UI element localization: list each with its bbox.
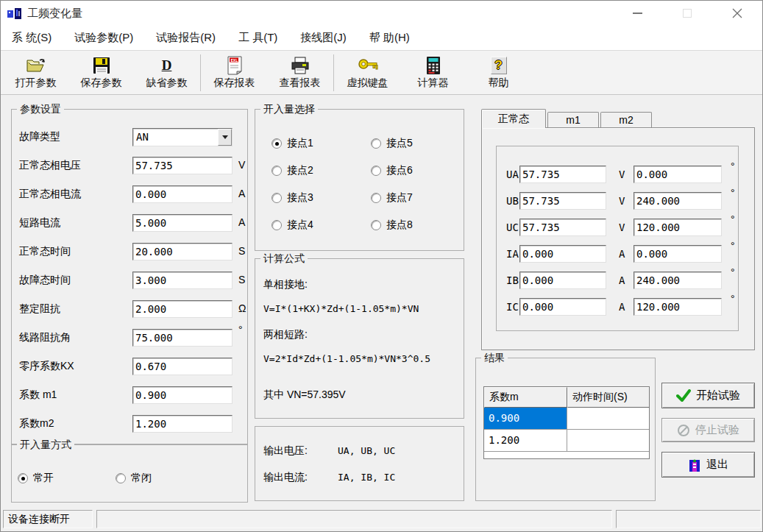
param-unit: ° xyxy=(238,324,243,336)
fault-state-time-input[interactable] xyxy=(132,272,233,289)
setting-impedance-input[interactable] xyxy=(132,300,233,318)
exit-button[interactable]: 退出 xyxy=(661,452,755,478)
menu-system[interactable]: 系 统(S) xyxy=(4,27,60,49)
radio-contact-3[interactable]: 接点3 xyxy=(272,191,313,205)
ub-magnitude-input[interactable] xyxy=(519,192,606,210)
zero-seq-coefficient-input[interactable] xyxy=(132,358,233,375)
fault-type-select[interactable]: AN xyxy=(132,128,233,146)
open-params-button[interactable]: 打开参数 xyxy=(3,52,68,93)
radio-contact-5[interactable]: 接点5 xyxy=(371,137,413,150)
formula-two-phase: V=2*Id*Zd+(1-1.05*m)*VN*3^0.5 xyxy=(263,353,430,364)
ua-angle-input[interactable] xyxy=(634,166,722,183)
phase-row-ua: UA V ° xyxy=(497,166,738,185)
degree-unit: ° xyxy=(731,187,735,199)
coefficient-m1-input[interactable] xyxy=(132,386,233,404)
start-test-button[interactable]: 开始试验 xyxy=(661,383,755,408)
ia-magnitude-input[interactable] xyxy=(519,245,606,263)
degree-unit: ° xyxy=(731,266,735,278)
cell-time xyxy=(567,430,649,451)
radio-icon xyxy=(371,166,381,176)
radio-contact-6[interactable]: 接点6 xyxy=(371,164,413,177)
toolbar-label: 计算器 xyxy=(418,77,449,90)
close-button[interactable] xyxy=(712,1,762,26)
param-label: 零序系数KX xyxy=(19,360,74,373)
menu-test-report[interactable]: 试验报告(R) xyxy=(148,27,224,49)
ic-magnitude-input[interactable] xyxy=(519,298,606,316)
tab-m2[interactable]: m2 xyxy=(600,112,652,128)
param-label: 故障态时间 xyxy=(19,274,71,287)
stop-test-label: 停止试验 xyxy=(695,423,739,437)
radio-normally-open[interactable]: 常开 xyxy=(18,472,54,485)
radio-contact-8[interactable]: 接点8 xyxy=(371,219,413,232)
radio-contact-2[interactable]: 接点2 xyxy=(272,164,313,177)
input-mode-group: 开入量方式 常开 常闭 xyxy=(11,444,248,503)
radio-contact-4[interactable]: 接点4 xyxy=(272,219,313,232)
line-impedance-angle-input[interactable] xyxy=(132,329,233,347)
normal-state-time-input[interactable] xyxy=(132,243,233,260)
check-icon xyxy=(676,389,691,402)
default-params-button[interactable]: D 缺省参数 xyxy=(134,52,199,93)
radio-icon xyxy=(272,193,282,203)
coefficient-m2-input[interactable] xyxy=(132,415,233,433)
phase-name: UB xyxy=(506,195,519,207)
tab-m1[interactable]: m1 xyxy=(547,112,599,128)
minimize-icon xyxy=(633,13,642,14)
table-row[interactable]: 1.200 xyxy=(484,430,649,452)
phase-row-ub: UB V ° xyxy=(497,192,738,211)
view-report-button[interactable]: 查看报表 xyxy=(267,52,333,93)
output-group: 输出电压: UA, UB, UC 输出电流: IA, IB, IC xyxy=(255,426,464,501)
radio-icon xyxy=(272,166,282,176)
formula-two-phase-label: 两相短路: xyxy=(263,328,308,341)
cell-m: 0.900 xyxy=(484,408,567,429)
param-label: 系数m2 xyxy=(19,417,54,430)
radio-contact-7[interactable]: 接点7 xyxy=(371,191,413,205)
statusbar: 设备连接断开 xyxy=(1,508,762,531)
menu-tools[interactable]: 工 具(T) xyxy=(230,27,285,49)
titlebar: 工频变化量 xyxy=(1,1,762,26)
app-icon xyxy=(7,7,22,20)
uc-angle-input[interactable] xyxy=(634,219,722,236)
column-header-time[interactable]: 动作时间(S) xyxy=(567,387,649,408)
ua-magnitude-input[interactable] xyxy=(519,166,606,183)
menu-wiring-diagram[interactable]: 接线图(J) xyxy=(292,27,355,49)
column-header-m[interactable]: 系数m xyxy=(484,387,567,408)
table-row[interactable]: 0.900 xyxy=(484,408,649,430)
param-label: 正常态相电压 xyxy=(19,159,81,172)
ib-angle-input[interactable] xyxy=(634,272,722,289)
calculator-button[interactable]: 计算器 xyxy=(400,52,466,93)
radio-label: 常闭 xyxy=(131,472,152,485)
radio-label: 接点3 xyxy=(287,191,313,205)
menu-help[interactable]: 帮 助(H) xyxy=(361,27,418,49)
excel-report-icon: EXL xyxy=(226,56,244,75)
toolbar-label: 虚拟键盘 xyxy=(347,77,388,90)
minimize-button[interactable] xyxy=(612,1,662,26)
params-group: 参数设置 故障类型 AN 正常态相电压 V 正常态相电流 A 短路电流 A 正常… xyxy=(11,109,248,444)
normal-phase-voltage-input[interactable] xyxy=(132,157,233,174)
save-report-button[interactable]: EXL 保存报表 xyxy=(202,52,267,93)
prohibit-icon xyxy=(677,424,690,437)
ic-angle-input[interactable] xyxy=(634,298,722,316)
virtual-keyboard-button[interactable]: 虚拟键盘 xyxy=(335,52,400,93)
cell-time xyxy=(567,408,649,429)
default-d-icon: D xyxy=(162,56,172,75)
tab-normal-state[interactable]: 正常态 xyxy=(481,109,546,128)
phase-name: IC xyxy=(506,301,519,313)
ia-angle-input[interactable] xyxy=(634,245,722,263)
chevron-down-icon[interactable] xyxy=(218,129,232,146)
radio-label: 接点8 xyxy=(386,219,413,232)
param-label: 整定阻抗 xyxy=(19,302,60,316)
radio-normally-closed[interactable]: 常闭 xyxy=(116,472,152,485)
help-button[interactable]: ? 帮助 xyxy=(466,52,531,93)
uc-magnitude-input[interactable] xyxy=(519,219,606,236)
radio-contact-1[interactable]: 接点1 xyxy=(272,137,313,150)
ub-angle-input[interactable] xyxy=(634,192,722,210)
fault-type-value: AN xyxy=(133,129,218,146)
normal-phase-current-input[interactable] xyxy=(132,185,233,203)
short-circuit-current-input[interactable] xyxy=(132,214,233,232)
menu-test-params[interactable]: 试验参数(P) xyxy=(66,27,141,49)
radio-icon xyxy=(371,220,381,230)
formula-single-phase-label: 单相接地: xyxy=(263,278,308,291)
toolbar-separator xyxy=(333,54,334,91)
ib-magnitude-input[interactable] xyxy=(519,272,606,289)
save-params-button[interactable]: 保存参数 xyxy=(68,52,134,93)
